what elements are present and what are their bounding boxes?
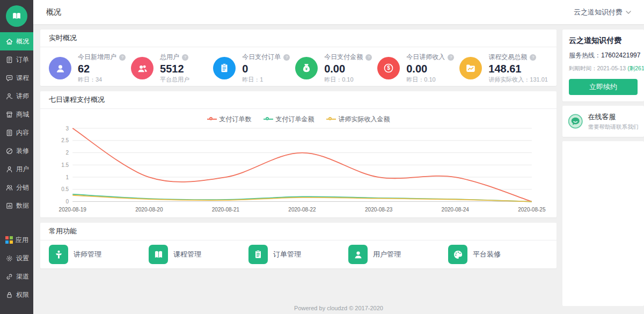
sidebar-item-channels[interactable]: 渠道 <box>0 267 33 286</box>
svg-text:2.5: 2.5 <box>61 137 69 143</box>
user-icon <box>5 165 13 173</box>
sidebar-item-label: 订单 <box>16 55 29 64</box>
main-content: 实时概况 今日新增用户? 62 昨日：34 <box>40 30 557 314</box>
dollar-coin-icon: $ <box>377 57 400 79</box>
stat-label: 总用户 <box>160 53 179 62</box>
fn-label: 讲师管理 <box>74 250 101 259</box>
sidebar-item-overview[interactable]: 概况 <box>0 32 33 50</box>
stat-sub: 昨日：0.10 <box>324 76 372 84</box>
stat-value: 0 <box>242 62 290 75</box>
stat-label: 今日新增用户 <box>78 53 116 62</box>
user-icon <box>49 57 71 79</box>
stat-paid-amount-today: ¥ 今日支付金额? 0.00 昨日：0.10 <box>295 53 377 84</box>
sidebar-item-label: 设置 <box>16 254 29 263</box>
sidebar-item-label: 讲师 <box>16 92 29 101</box>
apps-icon <box>5 236 13 244</box>
svg-text:2: 2 <box>66 150 69 156</box>
lecturer-manage-icon <box>49 245 68 264</box>
svg-text:2020-08-20: 2020-08-20 <box>135 207 163 213</box>
sidebar-item-apps[interactable]: 应用 <box>0 231 33 249</box>
order-clipboard-icon <box>213 57 236 79</box>
info-icon[interactable]: ? <box>530 54 536 61</box>
sidebar-item-label: 应用 <box>16 236 28 245</box>
svg-text:¥: ¥ <box>305 67 308 71</box>
top-header: 概况 云之道知识付费 <box>33 0 644 24</box>
sidebar-item-label: 数据 <box>16 201 29 210</box>
svg-text:2020-08-19: 2020-08-19 <box>59 207 87 213</box>
sidebar-item-label: 商城 <box>16 110 29 119</box>
sidebar-item-label: 内容 <box>16 128 29 137</box>
stat-value: 62 <box>78 62 126 75</box>
sidebar-item-label: 概况 <box>16 37 29 46</box>
fn-platform-decorate[interactable]: 平台装修 <box>448 245 548 264</box>
app-logo[interactable] <box>0 0 33 32</box>
sidebar-item-label: 权限 <box>16 290 29 300</box>
legend-paid-order-count[interactable]: 支付订单数 <box>207 114 252 124</box>
account-info-card: 云之道知识付费 服务热线：17602421997 到期时间：2021-05-13… <box>562 30 644 101</box>
sidebar-item-settings[interactable]: 设置 <box>0 249 33 267</box>
fn-course-manage[interactable]: 课程管理 <box>149 245 248 264</box>
sidebar-item-decorate[interactable]: 装修 <box>0 142 33 160</box>
legend-label: 讲师实际收入金额 <box>339 115 390 124</box>
stat-value: 0.00 <box>324 62 372 75</box>
payment-trend-line-chart: 00.511.522.532020-08-192020-08-202020-08… <box>40 124 557 217</box>
sidebar-item-mall[interactable]: 商城 <box>0 105 33 123</box>
legend-lecturer-income-amount[interactable]: 讲师实际收入金额 <box>326 114 390 124</box>
realtime-overview-card: 实时概况 今日新增用户? 62 昨日：34 <box>40 30 557 86</box>
fn-lecturer-manage[interactable]: 讲师管理 <box>49 245 149 264</box>
legend-label: 支付订单数 <box>219 115 252 124</box>
right-panel: 云之道知识付费 服务热线：17602421997 到期时间：2021-05-13… <box>562 30 644 314</box>
fn-user-manage[interactable]: 用户管理 <box>348 245 448 264</box>
legend-paid-order-amount[interactable]: 支付订单金额 <box>264 114 314 124</box>
customer-service-chat-icon <box>568 111 583 132</box>
platform-decorate-icon <box>448 245 467 264</box>
footer-copyright: Powered by cloudzd © 2017-2020 <box>33 305 644 311</box>
info-icon[interactable]: ? <box>119 54 126 61</box>
info-icon[interactable]: ? <box>182 54 188 61</box>
service-subtitle: 需要帮助请联系我们 <box>588 123 639 131</box>
stat-label: 课程交易总额 <box>488 53 527 62</box>
sidebar-item-data[interactable]: 数据 <box>0 196 33 215</box>
users-icon <box>131 57 153 79</box>
fn-label: 用户管理 <box>373 250 401 259</box>
stat-sub: 昨日：0.10 <box>406 76 454 84</box>
data-icon <box>5 202 13 210</box>
stat-label: 今日支付金额 <box>324 53 363 62</box>
info-icon[interactable]: ? <box>365 54 372 61</box>
fn-order-manage[interactable]: 订单管理 <box>248 245 348 264</box>
sidebar-item-distribution[interactable]: 分销 <box>0 178 33 196</box>
sidebar-item-label: 分销 <box>16 183 29 192</box>
stat-value: 148.61 <box>488 62 548 75</box>
decorate-icon <box>5 147 13 155</box>
stat-total-trade-amount: 课程交易总额? 148.61 讲师实际收入：131.01 <box>459 53 548 84</box>
sidebar-item-courses[interactable]: 课程 <box>0 69 33 87</box>
sidebar-item-label: 渠道 <box>16 272 29 281</box>
stat-paid-orders-today: 今日支付订单? 0 昨日：1 <box>213 53 295 84</box>
panel-account-title: 云之道知识付费 <box>569 36 638 46</box>
sidebar-item-permissions[interactable]: 权限 <box>0 286 33 304</box>
sidebar-item-lecturers[interactable]: 讲师 <box>0 87 33 105</box>
trade-folder-icon <box>459 57 482 79</box>
svg-text:2020-08-25: 2020-08-25 <box>518 207 546 213</box>
online-service-card[interactable]: 在线客服 需要帮助请联系我们 <box>562 106 644 137</box>
chart-legend: 支付订单数 支付订单金额 讲师实际收入金额 <box>40 109 557 124</box>
stat-value: 5512 <box>160 62 189 75</box>
quick-functions-card: 常用功能 讲师管理 课程管理 <box>40 223 557 268</box>
section-title-chart: 七日课程支付概况 <box>40 91 557 109</box>
fn-label: 课程管理 <box>173 250 201 259</box>
content-icon <box>5 129 13 137</box>
settings-gear-icon <box>5 254 13 262</box>
svg-text:1: 1 <box>66 174 69 180</box>
info-icon[interactable]: ? <box>283 54 290 61</box>
account-dropdown[interactable]: 云之道知识付费 <box>574 8 631 17</box>
sidebar-item-content[interactable]: 内容 <box>0 123 33 142</box>
sidebar-item-users[interactable]: 用户 <box>0 160 33 178</box>
course-manage-icon <box>149 245 168 264</box>
chevron-down-icon <box>626 11 631 14</box>
sidebar-item-orders[interactable]: 订单 <box>0 50 33 69</box>
info-icon[interactable]: ? <box>448 54 454 61</box>
svg-text:0: 0 <box>66 199 69 205</box>
svg-text:$: $ <box>387 65 390 71</box>
fn-label: 订单管理 <box>273 250 301 259</box>
renew-button[interactable]: 立即续约 <box>569 79 638 95</box>
